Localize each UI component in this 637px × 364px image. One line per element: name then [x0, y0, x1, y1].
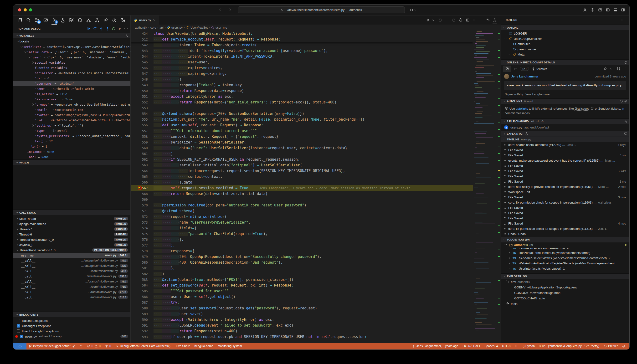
line-number[interactable]: 571 — [131, 209, 154, 213]
variable-row[interactable]: 'username' = 'akadmin' — [13, 81, 130, 86]
line-number[interactable]: 583 — [131, 278, 154, 282]
timeline-item[interactable]: events: make sure password set event has… — [501, 158, 629, 163]
breakpoint-checkbox[interactable] — [17, 319, 20, 322]
callstack-frame[interactable]: __call__.../core/middleware.py71:1 — [13, 284, 130, 290]
code-line[interactable]: 558········context: dict[str, Request] =… — [131, 134, 473, 140]
code-line[interactable]: 585········"""Set password for user""" — [131, 288, 473, 294]
variable-row[interactable]: function variables — [13, 65, 130, 70]
callstack-thread[interactable]: ThreadPoolExecutor-37_0PAUSED ON BREAKPO… — [13, 248, 130, 253]
code-line[interactable]: 551········except IntegrityError as exc: — [131, 94, 473, 100]
code-line[interactable]: 548············) — [131, 76, 473, 82]
code-line[interactable]: 571····@extend_schema( — [131, 208, 473, 214]
code-line[interactable]: 545················user=user, — [131, 59, 473, 65]
todo-file-row[interactable]: TSHorizontalFormElement.ts (web/src/elem… — [501, 250, 629, 256]
line-number[interactable]: 550 — [131, 89, 154, 93]
overview-ruler[interactable] — [497, 31, 501, 343]
activity-timer[interactable] — [110, 16, 118, 24]
callstack-frame[interactable]: __call__.../events/middleware.py156:1 — [13, 274, 130, 279]
close-window-button[interactable] — [18, 8, 21, 12]
line-number[interactable]: 592 — [131, 329, 154, 333]
breakpoint-row[interactable]: ✓users.pyauthentik/core/api567 — [13, 334, 130, 339]
line-number[interactable]: 562 — [131, 158, 154, 162]
watch-section-header[interactable]: WATCH — [13, 160, 130, 165]
line-number[interactable]: 563 — [131, 163, 154, 167]
debug-more-icon[interactable] — [124, 27, 128, 31]
minimize-window-button[interactable] — [24, 8, 27, 12]
todo-file-row[interactable]: TSWebAuthnAuthenticatorRegisterStage.ts … — [501, 261, 629, 266]
code-line[interactable]: 560············data={"user": UserSelfSer… — [131, 145, 473, 151]
outline-item[interactable]: LOGGER — [501, 31, 629, 36]
run-options-chevron-icon[interactable] — [431, 18, 435, 22]
file-changed-section-header[interactable]: 1 FILE CHANGED +0 ~1 -0 — [501, 118, 629, 124]
statusbar-blame[interactable]: Jens Langhammer, 3 years ago — [410, 343, 460, 350]
code-line[interactable]: 564················instance=request._req… — [131, 168, 473, 174]
line-number[interactable]: 585 — [131, 289, 154, 293]
statusbar-cursor-position[interactable]: Ln 567, Col 1 — [460, 343, 482, 350]
line-number[interactable]: 556 — [131, 123, 154, 127]
outline-item[interactable]: attributes — [501, 41, 629, 46]
breadcrumb-item[interactable]: authentik — [135, 26, 147, 29]
line-number[interactable]: 588 — [131, 306, 154, 310]
line-number[interactable]: 590 — [131, 318, 154, 322]
code-line[interactable]: 583····@action(detail=True, methods=["PO… — [131, 277, 473, 282]
line-number[interactable]: 546 — [131, 66, 154, 70]
code-line[interactable]: 592············return Response(status=40… — [131, 328, 473, 334]
split-editor-icon[interactable] — [466, 18, 470, 22]
variable-row[interactable]: instance = None — [13, 149, 130, 154]
statusbar-prettier[interactable]: Prettier — [602, 343, 620, 350]
callstack-thread[interactable]: Thread-6PAUSED — [13, 232, 130, 237]
code-line[interactable]: 546················expires=expires, — [131, 65, 473, 71]
debug-disconnect-icon[interactable] — [118, 27, 122, 31]
code-line[interactable]: 584····def set_password(self, request: R… — [131, 282, 473, 288]
outline-section-header[interactable]: OUTLINE — [501, 24, 629, 30]
line-number[interactable]: 551 — [131, 95, 154, 98]
line-number[interactable]: 584 — [131, 284, 154, 287]
open-multidiff-icon[interactable] — [624, 120, 628, 123]
code-line[interactable]: 589············user.save() — [131, 311, 473, 317]
code-line[interactable]: 575················"password": CharField… — [131, 231, 473, 237]
callstack-frame[interactable]: __call__.../enterprise/middleware.py39:1 — [13, 258, 130, 263]
callstack-frame[interactable]: user_meusers.py567:1 — [13, 253, 130, 258]
code-line[interactable]: 588············user.set_password(request… — [131, 305, 473, 311]
breadcrumb-item[interactable]: api — [160, 26, 164, 29]
variables-section-header[interactable]: VARIABLES — [13, 33, 130, 38]
statusbar-language-mode[interactable]: {} Python — [520, 343, 537, 350]
outline-item[interactable]: UserGroupSerializer — [501, 36, 629, 41]
navigate-back-icon[interactable] — [219, 8, 223, 12]
breadcrumb-file[interactable]: users.py — [172, 26, 182, 29]
code-line[interactable]: 568········return Response(data=serializ… — [131, 191, 473, 197]
todos-root-row[interactable]: authentik 39 — [501, 242, 629, 248]
activity-extensions[interactable] — [68, 16, 75, 24]
variable-row[interactable]: 'email' = 'root@example.com' — [13, 107, 130, 112]
line-number[interactable]: 589 — [131, 312, 154, 316]
timeline-item[interactable]: File Saved — [501, 205, 629, 210]
code-line[interactable]: 569 — [131, 197, 473, 202]
activity-run-and-debug[interactable]: 1 — [50, 16, 58, 24]
callstack-thread[interactable]: django-main-threadPAUSED — [13, 221, 130, 226]
variable-row[interactable]: 'is_active' = True — [13, 91, 130, 96]
code-line[interactable]: 544················intent=TokenIntents.I… — [131, 54, 473, 59]
variable-row[interactable]: 'avatar' = 'data:image/svg+xml;base64,PH… — [13, 112, 130, 118]
line-number[interactable]: 555 — [131, 118, 154, 121]
call-stack-section-header[interactable]: CALL STACK — [13, 210, 130, 215]
navigate-forward-icon[interactable] — [227, 8, 231, 12]
callstack-thread[interactable]: Thread-7PAUSED — [13, 226, 130, 232]
commit-author-link[interactable]: Jens Langhammer — [511, 74, 538, 78]
breadcrumb-method[interactable]: user_me — [216, 26, 227, 29]
outline-item[interactable]: model — [501, 57, 629, 59]
back-icon[interactable] — [610, 67, 614, 71]
statusbar-notifications[interactable] — [620, 343, 628, 350]
activity-gitlens[interactable] — [85, 16, 92, 24]
remote-indicator[interactable] — [13, 343, 26, 350]
callstack-frame[interactable]: __call__.../core/middleware.py48:1 — [13, 268, 130, 274]
code-line[interactable]: 562········if SESSION_KEY_IMPERSONATE_US… — [131, 156, 473, 162]
statusbar-debug-session[interactable]: Debug: Attach Server Core (authentik) — [113, 343, 172, 350]
toggle-secondary-sidebar-icon[interactable] — [621, 8, 625, 12]
timeline-item[interactable]: core: add ability to provide reason for … — [501, 184, 629, 190]
callstack-frame[interactable]: __call__.../root/middleware.py275:1 — [13, 290, 130, 295]
code-line[interactable]: 574············fields={ — [131, 225, 473, 231]
variable-row[interactable]: 'is_superuser' = True — [13, 96, 130, 102]
statusbar-encoding[interactable]: UTF-8 — [500, 343, 512, 350]
line-number[interactable]: 568 — [131, 192, 154, 196]
debug-step-out-icon[interactable] — [105, 27, 110, 31]
